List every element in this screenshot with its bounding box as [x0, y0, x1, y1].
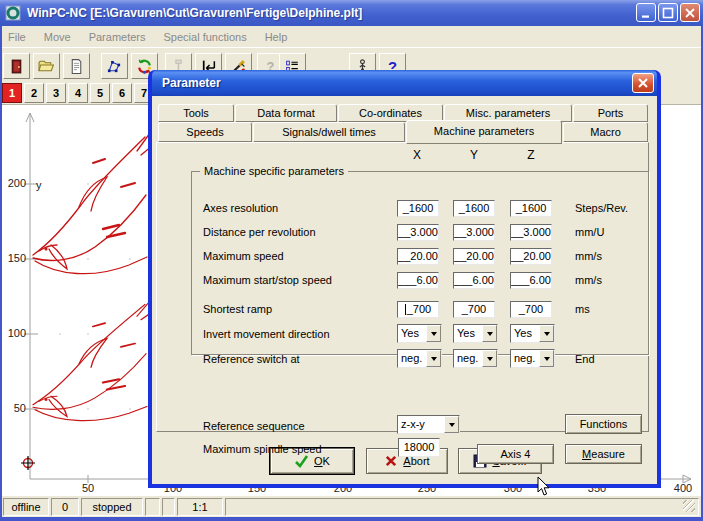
dropdown-button[interactable] — [482, 350, 497, 367]
page-button-4[interactable]: 4 — [68, 83, 88, 103]
distance-y-input[interactable]: __3.000 — [453, 224, 495, 241]
resize-grip[interactable] — [683, 500, 695, 512]
axes-resolution-y-input[interactable]: _1600 — [453, 200, 495, 217]
parameter-row-start-stop-speed: Maximum start/stop speed ___6.00 ___6.00… — [157, 272, 648, 292]
max-speed-x-input[interactable]: __20.00 — [397, 248, 439, 265]
maximize-button[interactable] — [658, 3, 678, 22]
start-stop-z-input[interactable]: ___6.00 — [510, 272, 552, 289]
max-speed-z-input[interactable]: __20.00 — [510, 248, 552, 265]
app-logo-icon — [5, 5, 21, 21]
row-label: Shortest ramp — [203, 303, 272, 315]
status-count: 0 — [51, 498, 79, 516]
page-button-5[interactable]: 5 — [90, 83, 110, 103]
tab-speeds[interactable]: Speeds — [158, 122, 252, 142]
axis-4-button[interactable]: Axis 4 — [477, 444, 554, 464]
ref-switch-y-select[interactable]: neg. — [453, 349, 498, 368]
dolphin-drawing — [33, 133, 152, 421]
chevron-down-icon — [431, 332, 437, 339]
menu-special-functions[interactable]: Special functions — [164, 31, 247, 43]
row-unit: mm/s — [575, 274, 602, 286]
axes-resolution-x-input[interactable]: _1600 — [397, 200, 439, 217]
tab-data-format[interactable]: Data format — [235, 104, 337, 122]
page-button-6[interactable]: 6 — [112, 83, 132, 103]
menu-parameters[interactable]: Parameters — [89, 31, 146, 43]
dropdown-button[interactable] — [426, 350, 441, 367]
open-folder-icon — [38, 58, 55, 75]
minimize-button[interactable] — [636, 3, 656, 22]
column-header-z: Z — [511, 148, 551, 162]
dialog-titlebar: Parameter — [152, 70, 657, 96]
vector-select-button[interactable] — [101, 53, 128, 79]
menu-help[interactable]: Help — [265, 31, 288, 43]
measure-button[interactable]: Measure — [565, 444, 642, 464]
functions-button[interactable]: Functions — [565, 414, 642, 434]
y-tick-200: 200 — [2, 177, 26, 189]
invert-z-select[interactable]: Yes — [510, 324, 555, 343]
dropdown-button[interactable] — [426, 325, 441, 342]
close-button[interactable] — [680, 3, 700, 22]
axes-resolution-z-input[interactable]: _1600 — [510, 200, 552, 217]
dropdown-button[interactable] — [482, 325, 497, 342]
dialog-body: Tools Data format Co-ordinates Misc. par… — [152, 96, 657, 484]
open-file-button[interactable] — [33, 53, 60, 79]
minimize-icon — [640, 7, 652, 19]
row-label: Axes resolution — [203, 202, 278, 214]
menubar: File Move Parameters Special functions H… — [0, 26, 703, 48]
parameter-dialog: Parameter Tools Data format Co-ordinates… — [148, 70, 661, 488]
parameter-row-invert-direction: Invert movement direction Yes Yes Yes — [157, 324, 648, 344]
window-titlebar: WinPC-NC [E:\Gravuren\Cut\Gravuren\Ferti… — [0, 0, 703, 26]
row-label: Maximum speed — [203, 250, 284, 262]
column-header-y: Y — [454, 148, 494, 162]
text-caret — [405, 304, 406, 315]
chevron-down-icon — [544, 357, 550, 364]
row-unit: Steps/Rev. — [575, 202, 628, 214]
maximize-icon — [662, 7, 674, 19]
max-speed-y-input[interactable]: __20.00 — [453, 248, 495, 265]
vector-select-icon — [106, 58, 123, 75]
start-stop-x-input[interactable]: ___6.00 — [397, 272, 439, 289]
invert-y-select[interactable]: Yes — [453, 324, 498, 343]
x-tick-50: 50 — [70, 482, 106, 494]
row-label: Invert movement direction — [203, 328, 330, 340]
menu-file[interactable]: File — [8, 31, 26, 43]
ramp-x-input[interactable]: _700 — [397, 301, 439, 318]
tab-macro[interactable]: Macro — [563, 122, 648, 142]
tab-tools[interactable]: Tools — [158, 104, 234, 122]
ref-switch-x-select[interactable]: neg. — [397, 349, 442, 368]
row-unit: mm/U — [575, 226, 604, 238]
dropdown-button[interactable] — [444, 416, 459, 433]
ramp-z-input[interactable]: _700 — [510, 301, 552, 318]
page-button-3[interactable]: 3 — [46, 83, 66, 103]
tab-ports[interactable]: Ports — [573, 104, 648, 122]
x-tick-400: 400 — [665, 482, 701, 494]
file-info-button[interactable] — [63, 53, 90, 79]
y-tick-150: 150 — [2, 252, 26, 264]
distance-z-input[interactable]: __3.000 — [510, 224, 552, 241]
page-button-1[interactable]: 1 — [2, 83, 22, 103]
invert-x-select[interactable]: Yes — [397, 324, 442, 343]
dropdown-button[interactable] — [539, 350, 554, 367]
distance-x-input[interactable]: __3.000 — [397, 224, 439, 241]
dialog-close-button[interactable] — [632, 73, 654, 93]
spindle-speed-input[interactable]: 18000 — [398, 438, 440, 457]
exit-button[interactable] — [3, 53, 30, 79]
start-stop-y-input[interactable]: ___6.00 — [453, 272, 495, 289]
status-message — [225, 498, 699, 516]
reference-sequence-select[interactable]: z-x-y — [397, 415, 460, 434]
row-label: Reference switch at — [203, 353, 300, 365]
window-bottom-border — [0, 517, 703, 521]
parameter-row-axes-resolution: Axes resolution _1600 _1600 _1600 Steps/… — [157, 200, 648, 220]
y-tick-100: 100 — [2, 327, 26, 339]
dropdown-button[interactable] — [539, 325, 554, 342]
dialog-title: Parameter — [162, 76, 221, 90]
statusbar: offline 0 stopped 1:1 — [2, 496, 701, 517]
tab-machine-parameters[interactable]: Machine parameters — [406, 120, 562, 144]
status-zoom: 1:1 — [177, 498, 223, 516]
menu-move[interactable]: Move — [44, 31, 71, 43]
mouse-cursor — [537, 476, 551, 497]
ref-switch-z-select[interactable]: neg. — [510, 349, 555, 368]
close-icon — [684, 7, 696, 19]
page-button-2[interactable]: 2 — [24, 83, 44, 103]
tab-signals-dwell[interactable]: Signals/dwell times — [253, 122, 405, 142]
ramp-y-input[interactable]: _700 — [453, 301, 495, 318]
